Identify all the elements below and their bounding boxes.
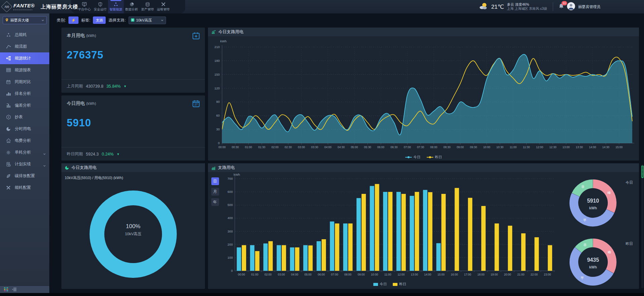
svg-text:kWh: kWh — [234, 173, 240, 176]
svg-text:07:00: 07:00 — [331, 273, 338, 276]
apps-grid-icon[interactable] — [4, 287, 8, 293]
weather-condition: 多云 — [507, 2, 514, 6]
notification-badge: 11 — [561, 1, 567, 5]
svg-text:峰: 峰 — [608, 250, 611, 254]
svg-text:300: 300 — [227, 229, 233, 233]
sidebar-item-单耗分析[interactable]: 单耗分析 — [0, 146, 49, 158]
tou-today-label: 今日 — [626, 180, 633, 185]
sidebar-item-计划实绩[interactable]: 计划实绩 — [0, 158, 49, 170]
period-toggle-group: 日月年 — [208, 172, 222, 289]
month-usage-title: 本月用电 — [67, 33, 85, 38]
toggle-月[interactable]: 月 — [211, 188, 219, 196]
deviation-icon — [6, 103, 11, 108]
nav-item-智慧能源[interactable]: 智慧能源 — [108, 0, 124, 13]
toggle-日[interactable]: 日 — [211, 177, 219, 185]
sidebar-item-label: 能流图 — [15, 44, 27, 49]
bar-chart-legend: 今日昨日 — [222, 280, 557, 288]
nav-item-数据分析[interactable]: 数据分析 — [124, 0, 140, 13]
svg-text:19:00: 19:00 — [491, 273, 498, 276]
svg-text:17:00: 17:00 — [464, 273, 472, 276]
sidebar-item-总能耗[interactable]: 总能耗 — [0, 29, 49, 41]
platform-icon — [82, 2, 87, 7]
svg-text:11:00: 11:00 — [384, 273, 391, 276]
nav-item-安全运行[interactable]: 安全运行 — [92, 0, 108, 13]
sidebar-item-能源统计[interactable]: 能源统计 — [0, 52, 49, 64]
sidebar-item-能耗配置[interactable]: 能耗配置 — [0, 182, 49, 194]
nav-item-label: 安全运行 — [94, 7, 107, 12]
sidebar-item-排名分析[interactable]: 排名分析 — [0, 88, 49, 99]
svg-text:04:00: 04:00 — [324, 145, 332, 149]
svg-text:150: 150 — [214, 73, 220, 76]
svg-text:03:30: 03:30 — [311, 145, 319, 149]
calendar-day-icon[interactable]: 27 — [192, 99, 200, 109]
sidebar-item-电费分析[interactable]: 电费分析 — [0, 135, 49, 146]
legend-昨日[interactable]: 昨日 — [393, 282, 406, 287]
nav-item-运维管理[interactable]: 运维管理 — [155, 0, 171, 13]
legend-今日[interactable]: 今日 — [405, 155, 421, 160]
nav-item-label: 资产管理 — [141, 7, 154, 12]
legend-昨日[interactable]: 昨日 — [427, 155, 442, 160]
sidebar-item-能流图[interactable]: 能流图 — [0, 41, 49, 52]
svg-text:09:00: 09:00 — [358, 273, 365, 276]
sidebar-item-label: 排名分析 — [15, 91, 31, 96]
branch-select[interactable]: 10kV高压 — [128, 16, 166, 24]
sidebar-item-label: 能源报表 — [15, 67, 31, 73]
sidebar-item-抄表[interactable]: 抄表 — [0, 111, 49, 123]
bar-chart-icon — [211, 166, 216, 170]
svg-text:210: 210 — [214, 45, 220, 49]
tag-branch-button[interactable]: 支路 — [93, 16, 106, 24]
brand-en: FANTE® — [13, 3, 35, 8]
sidebar-item-偏差分析[interactable]: 偏差分析 — [0, 99, 49, 111]
line-panel-header: 今日支路用电 — [208, 28, 639, 36]
branch-list-icon — [131, 17, 135, 23]
trend-chart-icon — [211, 30, 216, 34]
svg-text:15:00: 15:00 — [437, 273, 445, 276]
sidebar-item-分时用电[interactable]: 分时用电 — [0, 123, 49, 135]
user-name[interactable]: 丽婴房管理员 — [578, 4, 600, 9]
scrollbar-thumb[interactable] — [641, 165, 644, 178]
building-select[interactable]: 丽婴房大楼 — [3, 16, 47, 24]
tou-today-donut: 峰平谷5910kWh — [567, 177, 619, 229]
svg-text:平: 平 — [583, 218, 587, 222]
avatar[interactable] — [567, 2, 575, 12]
legend-今日[interactable]: 今日 — [373, 282, 387, 287]
compare-label: 上月同期 — [67, 83, 83, 89]
sidebar-item-碳排放配置[interactable]: 碳排放配置 — [0, 170, 49, 182]
notifications-button[interactable]: 11 — [559, 3, 564, 10]
collapse-menu-icon[interactable] — [12, 287, 17, 293]
bottom-strip — [0, 293, 644, 296]
svg-text:谷: 谷 — [581, 185, 584, 188]
calendar-plus-icon[interactable] — [192, 32, 200, 41]
sidebar-item-label: 偏差分析 — [15, 102, 31, 108]
compare-value: 430739.8 — [86, 84, 103, 89]
svg-text:谷: 谷 — [583, 243, 587, 247]
pie-icon — [129, 2, 134, 7]
sidebar-item-label: 抄表 — [15, 114, 23, 120]
sidebar-item-同期对比[interactable]: 同期对比 — [0, 76, 49, 88]
sidebar-item-label: 碳排放配置 — [15, 173, 35, 179]
branch-donut-panel: 今日支路用电 10kV高压(5910) / 用电(5910) (kWh) 100… — [61, 163, 205, 289]
toggle-年[interactable]: 年 — [211, 198, 219, 206]
time-pie-icon — [6, 126, 11, 132]
svg-text:13:30: 13:30 — [576, 145, 583, 149]
line-chart-legend: 今日昨日 — [208, 153, 639, 161]
shield-icon — [98, 2, 103, 7]
svg-text:01:00: 01:00 — [245, 145, 252, 149]
svg-text:09:30: 09:30 — [470, 145, 477, 149]
tag-label: 标签: — [81, 17, 90, 23]
svg-text:15:00: 15:00 — [615, 145, 623, 149]
svg-text:07:30: 07:30 — [417, 145, 424, 149]
nav-item-平台中心[interactable]: 平台中心 — [76, 0, 92, 13]
vertical-scrollbar[interactable] — [641, 165, 644, 288]
active-nav-indicator — [110, 0, 121, 1]
nav-item-资产管理[interactable]: 资产管理 — [140, 0, 155, 13]
bar-panel-title: 支路用电 — [218, 165, 235, 171]
sidebar-item-能源报表[interactable]: 能源报表 — [0, 64, 49, 76]
brand-diamond-icon: 凡特 — [1, 1, 12, 12]
category-electric-button[interactable]: ⚡ — [68, 16, 78, 24]
meter-icon — [6, 115, 11, 120]
svg-text:00:00: 00:00 — [218, 145, 226, 149]
page-title: 上海丽婴房大楼 — [41, 4, 78, 10]
today-usage-value: 5910 — [67, 117, 91, 129]
svg-text:03:00: 03:00 — [298, 145, 305, 149]
